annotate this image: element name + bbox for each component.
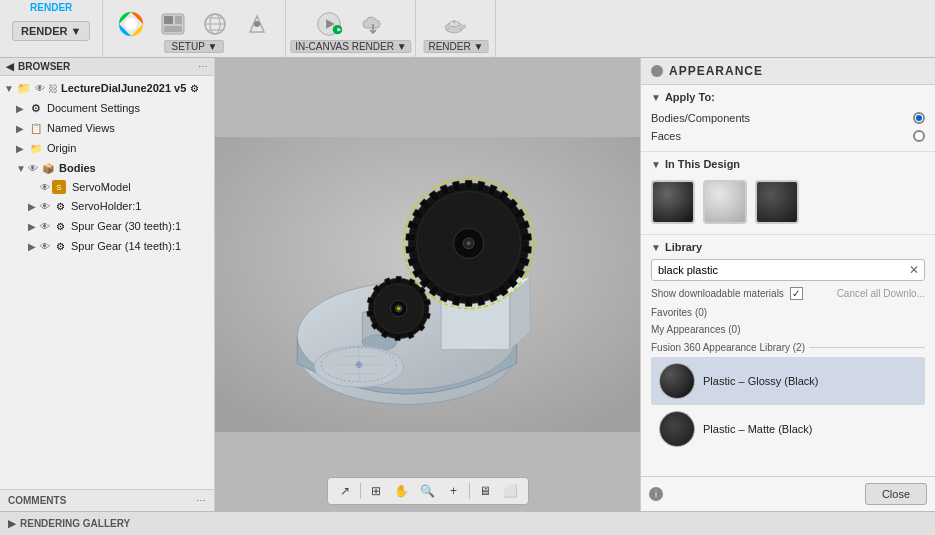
- home-view-btn[interactable]: ↗: [334, 481, 356, 501]
- servo-model-label: ServoModel: [72, 181, 131, 193]
- tree-item-servo-model[interactable]: 👁 S ServoModel: [0, 178, 214, 196]
- downloadable-checkbox[interactable]: [790, 287, 803, 300]
- tree-item-bodies[interactable]: ▼ 👁 📦 Bodies: [0, 158, 214, 178]
- servo-holder-eye[interactable]: 👁: [40, 201, 50, 212]
- swatch-1[interactable]: [651, 180, 695, 224]
- setup-label[interactable]: SETUP ▼: [164, 40, 224, 53]
- named-views-label: Named Views: [47, 122, 115, 134]
- in-canvas-render-btn[interactable]: [309, 8, 349, 40]
- bodies-components-row[interactable]: Bodies/Components: [651, 109, 925, 127]
- servo-model-eye[interactable]: 👁: [40, 182, 50, 193]
- viewport[interactable]: ↗ ⊞ ✋ 🔍 + 🖥 ⬜: [215, 58, 640, 511]
- bottom-bar: ▶ RENDERING GALLERY: [0, 511, 935, 535]
- comments-icon[interactable]: ⋯: [196, 495, 206, 506]
- tree-item-named-views[interactable]: ▶ 📋 Named Views: [0, 118, 214, 138]
- info-icon[interactable]: i: [649, 487, 663, 501]
- swatch-3[interactable]: [755, 180, 799, 224]
- search-input[interactable]: [652, 260, 904, 280]
- svg-rect-38: [521, 246, 531, 254]
- svg-point-63: [467, 241, 471, 245]
- render-right-label[interactable]: RENDER ▼: [423, 40, 488, 53]
- svg-rect-4: [175, 16, 182, 24]
- bodies-eye-icon[interactable]: 👁: [28, 163, 38, 174]
- comments-label: COMMENTS: [8, 495, 66, 506]
- expand-gallery-icon[interactable]: ▶: [8, 518, 16, 529]
- rendering-gallery-label: ▶ RENDERING GALLERY: [0, 518, 130, 529]
- viewport-toolbar: ↗ ⊞ ✋ 🔍 + 🖥 ⬜: [327, 477, 529, 505]
- root-label: LectureDialJune2021 v5: [61, 82, 186, 94]
- spur14-eye[interactable]: 👁: [40, 241, 50, 252]
- display-mode-btn[interactable]: 🖥: [474, 481, 496, 501]
- appearance-tool-btn[interactable]: [111, 8, 151, 40]
- render-dropdown-button[interactable]: RENDER ▼: [12, 21, 90, 41]
- svg-rect-37: [521, 233, 531, 241]
- faces-row[interactable]: Faces: [651, 127, 925, 145]
- tree-item-servo-holder[interactable]: ▶ 👁 ⚙ ServoHolder:1: [0, 196, 214, 216]
- spur30-label: Spur Gear (30 teeth):1: [71, 220, 181, 232]
- cloud-render-btn[interactable]: [353, 8, 393, 40]
- swatch-2[interactable]: [703, 180, 747, 224]
- tree-item-spur-14[interactable]: ▶ 👁 ⚙ Spur Gear (14 teeth):1: [0, 236, 214, 256]
- material-item-matte-black[interactable]: Plastic – Matte (Black): [651, 405, 925, 453]
- bodies-components-label: Bodies/Components: [651, 112, 750, 124]
- panel-icon: [651, 65, 663, 77]
- search-clear-btn[interactable]: ✕: [904, 260, 924, 280]
- in-design-arrow[interactable]: ▼: [651, 159, 661, 170]
- material-item-glossy-black[interactable]: Plastic – Glossy (Black): [651, 357, 925, 405]
- library-arrow[interactable]: ▼: [651, 242, 661, 253]
- downloadable-label: Show downloadable materials: [651, 288, 784, 299]
- tree-item-root[interactable]: ▼ 📁 👁 ⛓ LectureDialJune2021 v5 ⚙: [0, 78, 214, 98]
- bodies-label: Bodies: [59, 162, 96, 174]
- teapot-btn[interactable]: [436, 8, 476, 40]
- spur30-eye[interactable]: 👁: [40, 221, 50, 232]
- apply-to-arrow[interactable]: ▼: [651, 92, 661, 103]
- bodies-components-radio[interactable]: [913, 112, 925, 124]
- in-canvas-render-label[interactable]: IN-CANVAS RENDER ▼: [290, 40, 411, 53]
- browser-panel: ◀ BROWSER ⋯ ▼ 📁 👁 ⛓ LectureDialJune2021 …: [0, 58, 215, 511]
- fusion-library-label: Fusion 360 Appearance Library (2): [651, 342, 805, 353]
- svg-rect-30: [465, 180, 472, 190]
- faces-radio[interactable]: [913, 130, 925, 142]
- tree-item-origin[interactable]: ▶ 📁 Origin: [0, 138, 214, 158]
- in-design-section: ▼ In This Design: [641, 152, 935, 235]
- doc-settings-label: Document Settings: [47, 102, 140, 114]
- svg-rect-45: [465, 297, 472, 307]
- camera-btn[interactable]: [237, 8, 277, 40]
- favorites-category[interactable]: Favorites (0): [651, 304, 925, 321]
- svg-rect-69: [423, 299, 431, 306]
- browser-options-icon[interactable]: ⋯: [198, 61, 208, 72]
- render-section-title: RENDER: [30, 2, 72, 13]
- fusion-library-divider: Fusion 360 Appearance Library (2): [651, 338, 925, 357]
- matte-black-swatch: [659, 411, 695, 447]
- scene-settings-btn[interactable]: [195, 8, 235, 40]
- eyeball-icon[interactable]: 👁: [35, 83, 45, 94]
- close-button[interactable]: Close: [865, 483, 927, 505]
- browser-title: BROWSER: [18, 61, 70, 72]
- texture-tool-btn[interactable]: [153, 8, 193, 40]
- expand-icon[interactable]: ◀: [6, 61, 14, 72]
- tree-item-doc-settings[interactable]: ▶ ⚙ Document Settings: [0, 98, 214, 118]
- grid-btn[interactable]: ⊞: [365, 481, 387, 501]
- svg-rect-76: [367, 310, 375, 317]
- cancel-link[interactable]: Cancel all Downlo...: [837, 288, 925, 299]
- glossy-black-swatch: [659, 363, 695, 399]
- tree-item-spur-30[interactable]: ▶ 👁 ⚙ Spur Gear (30 teeth):1: [0, 216, 214, 236]
- settings-icon-small[interactable]: ⚙: [190, 83, 199, 94]
- apply-to-title: Apply To:: [665, 91, 715, 103]
- comments-bar: COMMENTS ⋯: [0, 489, 214, 511]
- svg-point-12: [254, 21, 260, 27]
- visual-style-btn[interactable]: ⬜: [500, 481, 522, 501]
- downloadable-row: Show downloadable materials Cancel all D…: [651, 287, 925, 300]
- pan-btn[interactable]: ✋: [391, 481, 413, 501]
- panel-header: APPEARANCE: [641, 58, 935, 85]
- browser-header: ◀ BROWSER ⋯: [0, 58, 214, 76]
- in-design-title: In This Design: [665, 158, 740, 170]
- my-appearances-category[interactable]: My Appearances (0): [651, 321, 925, 338]
- origin-label: Origin: [47, 142, 76, 154]
- zoom-in-btn[interactable]: +: [443, 481, 465, 501]
- matte-black-label: Plastic – Matte (Black): [703, 423, 812, 435]
- zoom-btn[interactable]: 🔍: [417, 481, 439, 501]
- svg-rect-73: [395, 334, 401, 341]
- svg-rect-53: [406, 233, 416, 241]
- svg-rect-66: [396, 276, 401, 283]
